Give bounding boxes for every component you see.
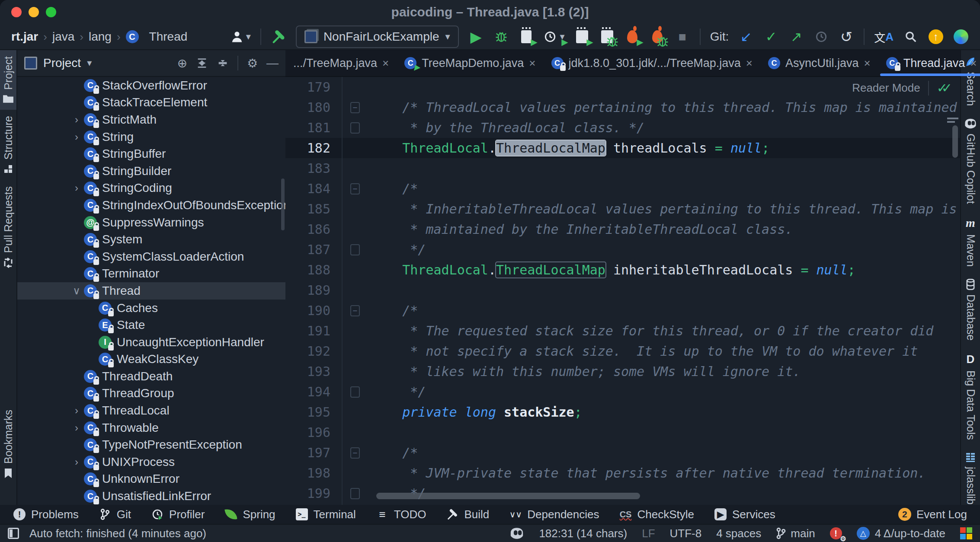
event-log-button[interactable]: 2Event Log: [898, 508, 967, 521]
tree-row[interactable]: CTypeNotPresentException: [17, 436, 285, 453]
chevron-right-icon[interactable]: ›: [69, 182, 84, 194]
tool-window-button-terminal[interactable]: >_Terminal: [295, 508, 356, 521]
code-line[interactable]: private long stackSize;: [371, 402, 960, 422]
code-line[interactable]: [371, 158, 960, 179]
expand-all-icon[interactable]: [196, 57, 208, 69]
sidebar-item-database[interactable]: Database: [961, 273, 980, 347]
sidebar-item-jclasslib[interactable]: jclasslib: [961, 446, 980, 511]
tree-row[interactable]: CWeakClassKey: [17, 351, 285, 368]
code-line[interactable]: * maintained by the InheritableThreadLoc…: [371, 219, 960, 239]
line-number[interactable]: 187: [285, 239, 336, 260]
close-icon[interactable]: ×: [529, 57, 535, 70]
fold-marker-icon[interactable]: [345, 118, 365, 138]
breadcrumb-item[interactable]: rt.jar: [11, 30, 38, 44]
line-number[interactable]: 184: [285, 179, 336, 199]
chevron-down-icon[interactable]: ∨: [69, 285, 84, 297]
sidebar-item-big-data-tools[interactable]: DBig Data Tools: [961, 347, 980, 446]
profile-alloc-icon[interactable]: [599, 28, 615, 45]
layout-icon[interactable]: [8, 528, 19, 539]
profile-cpu-icon[interactable]: ▶: [574, 28, 590, 45]
sidebar-item-project[interactable]: Project: [0, 50, 16, 110]
tree-row[interactable]: CUnsatisfiedLinkError: [17, 488, 285, 505]
tree-row[interactable]: CStackTraceElement: [17, 94, 285, 112]
tree-row[interactable]: CStackOverflowError: [17, 77, 285, 94]
code-line[interactable]: ThreadLocal.ThreadLocalMap threadLocals …: [371, 138, 960, 158]
run-coverage-icon[interactable]: ▶: [519, 28, 534, 45]
tree-row[interactable]: @SuppressWarnings: [17, 214, 285, 231]
plugin-gradient-icon[interactable]: [953, 28, 969, 45]
tool-window-button-problems[interactable]: !Problems: [13, 508, 79, 521]
tool-window-button-build[interactable]: Build: [446, 508, 489, 521]
code-line[interactable]: * likes with this number; some VMs will …: [371, 361, 960, 382]
tree-row[interactable]: ∨CThread: [17, 282, 285, 300]
close-icon[interactable]: ×: [970, 57, 977, 70]
reader-mode-widget[interactable]: Reader Mode ✓✓: [852, 80, 952, 96]
git-update-icon[interactable]: ↙: [738, 28, 754, 45]
upgrade-icon[interactable]: ↑: [928, 28, 944, 45]
fold-marker-icon[interactable]: [345, 483, 365, 504]
color-grid-icon[interactable]: [960, 527, 972, 539]
chevron-right-icon[interactable]: ›: [69, 456, 84, 468]
indent-setting[interactable]: 4 spaces: [716, 527, 761, 540]
translate-icon[interactable]: 文A: [874, 28, 894, 45]
chevron-right-icon[interactable]: ›: [69, 405, 84, 417]
tool-window-button-dependencies[interactable]: ∨∨Dependencies: [509, 508, 599, 521]
breadcrumb-item[interactable]: lang: [89, 30, 112, 44]
editor-content[interactable]: 1791801811821831841851861871881891901911…: [285, 77, 960, 505]
chevron-down-icon[interactable]: ▾: [87, 57, 92, 69]
user-dropdown[interactable]: ▾: [231, 28, 251, 45]
tool-window-button-spring[interactable]: Spring: [224, 508, 275, 521]
git-commit-icon[interactable]: ✓: [763, 28, 779, 45]
async-profiler-bug-icon[interactable]: [650, 28, 665, 45]
line-number[interactable]: 179: [285, 77, 336, 97]
debug-icon[interactable]: [493, 28, 509, 45]
tool-window-button-profiler[interactable]: Profiler: [151, 508, 205, 521]
chevron-right-icon[interactable]: ›: [69, 422, 84, 434]
sidebar-item-github-copilot[interactable]: GitHub Copilot: [961, 112, 980, 210]
tool-window-button-git[interactable]: Git: [99, 508, 131, 521]
sidebar-item-structure[interactable]: Structure: [0, 110, 16, 180]
line-number[interactable]: 198: [285, 463, 336, 483]
code-line[interactable]: * InheritableThreadLocal values pertaini…: [371, 199, 960, 219]
code-line[interactable]: * not specify a stack size. It is up to …: [371, 341, 960, 361]
line-number[interactable]: 196: [285, 422, 336, 443]
rollback-icon[interactable]: ↺: [839, 28, 854, 45]
code-line[interactable]: * by the ThreadLocal class. */: [371, 118, 960, 138]
run-config-selector[interactable]: NonFairLockExample▾: [296, 26, 459, 48]
fold-marker-icon[interactable]: −: [345, 97, 365, 118]
line-number[interactable]: 194: [285, 382, 336, 402]
line-number[interactable]: 181: [285, 118, 336, 138]
line-number[interactable]: 197: [285, 443, 336, 463]
code-line[interactable]: */: [371, 239, 960, 260]
caret-position[interactable]: 182:31 (14 chars): [539, 527, 627, 540]
tree-row[interactable]: CThreadGroup: [17, 385, 285, 402]
line-number[interactable]: 186: [285, 219, 336, 239]
fold-marker-icon[interactable]: −: [345, 443, 365, 463]
file-encoding[interactable]: UTF-8: [670, 527, 702, 540]
tree-row[interactable]: CStringIndexOutOfBoundsException: [17, 197, 285, 214]
tool-window-button-checkstyle[interactable]: CSCheckStyle: [619, 508, 695, 521]
tree-row[interactable]: CStringBuilder: [17, 163, 285, 180]
fold-marker-column[interactable]: −−−−: [345, 77, 365, 504]
profiler-run-icon[interactable]: ▶▾: [544, 28, 565, 45]
line-number[interactable]: 192: [285, 341, 336, 361]
line-number[interactable]: 190: [285, 300, 336, 321]
stop-icon[interactable]: ■: [675, 28, 690, 45]
line-number[interactable]: 195: [285, 402, 336, 422]
tool-window-button-services[interactable]: ▶Services: [714, 508, 775, 521]
tree-row[interactable]: CSystem: [17, 231, 285, 248]
code-line[interactable]: * The requested stack size for this thre…: [371, 321, 960, 341]
line-number[interactable]: 182: [285, 138, 336, 158]
editor-gutter[interactable]: 1791801811821831841851861871881891901911…: [285, 77, 336, 504]
chevron-right-icon[interactable]: ›: [69, 131, 84, 143]
tool-window-button-todo[interactable]: ≡TODO: [376, 508, 426, 521]
sidebar-item-bookmarks[interactable]: Bookmarks: [0, 404, 16, 485]
build-hammer-icon[interactable]: [271, 28, 286, 45]
close-icon[interactable]: ×: [382, 57, 389, 70]
history-icon[interactable]: [813, 28, 829, 45]
tree-row[interactable]: IUncaughtExceptionHandler: [17, 334, 285, 351]
tree-row[interactable]: EState: [17, 316, 285, 334]
tree-row[interactable]: CCaches: [17, 300, 285, 317]
tree-row[interactable]: ›CThreadLocal: [17, 402, 285, 419]
code-line[interactable]: [371, 422, 960, 443]
